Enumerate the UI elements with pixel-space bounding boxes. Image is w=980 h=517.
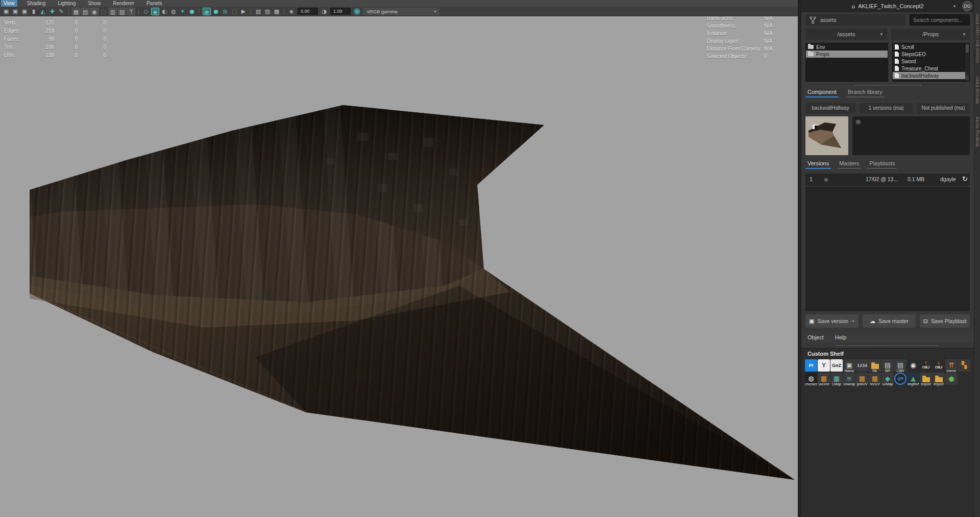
tab-component[interactable]: Component [805,89,839,97]
smooth-shade-icon[interactable]: ◆ [151,8,159,15]
shadows-icon[interactable]: ● [188,8,196,15]
tab-versions[interactable]: Versions [805,160,831,169]
textured-icon[interactable]: ◐ [160,8,168,15]
shelf-grip[interactable] [837,345,939,346]
viewport-menu-shading[interactable]: Shading [24,0,48,7]
save-version-button[interactable]: ▣ Save version ▼ [805,314,859,328]
name-shelf-button[interactable]: ▣Name [843,359,855,372]
unwrap-shelf-button[interactable]: ≡unwrap [843,373,855,385]
tab-playblasts[interactable]: Playblasts [867,160,897,169]
export-folder-shelf-button[interactable]: export [920,373,932,385]
exposure-icon[interactable]: ◈ [287,8,296,15]
camera-lock-icon[interactable]: ▣ [11,8,19,15]
film-gate-icon[interactable]: ▤ [81,8,89,15]
viewport-menu-show[interactable]: Show [85,0,103,7]
notes-box[interactable]: ⊕ [852,116,970,155]
component-item-sword[interactable]: Sword [893,58,969,65]
edge-tab-channel-box-layer-editor[interactable]: Channel Box / Layer Editor [975,13,979,63]
component-thumbnail[interactable] [805,116,848,155]
wireframe-icon[interactable]: ◇ [142,8,150,15]
pan-zoom-icon[interactable]: ✚ [48,8,56,15]
component-list[interactable]: ScrollStepsGEOSwordTreasure_Cheatbackwal… [892,43,970,82]
path-dropdown-left[interactable]: /assets ▼ [805,29,887,40]
uvmap-shelf-button[interactable]: ◆uvMap [881,373,894,385]
field-chart-icon[interactable]: ▥ [109,8,117,15]
scrollbar-thumb[interactable] [966,44,969,53]
lmap-shelf-button[interactable]: ▦LMap [830,373,843,385]
use-all-lights-icon[interactable]: ☀ [179,8,187,15]
asset-type-input[interactable] [820,17,892,23]
viewport[interactable]: ViewShadingLightingShowRendererPanels ▣▣… [0,0,798,517]
gate-mask-icon[interactable]: ▢ [100,8,108,15]
path-dropdown-right[interactable]: /Props ▼ [891,29,970,40]
re-folder-shelf-button[interactable]: RE [869,359,881,372]
renumber-shelf-button[interactable]: 1234 [856,359,868,372]
folder-item-props[interactable]: Props [806,51,888,58]
viewport-menu-panels[interactable]: Panels [144,0,165,7]
component-item-treasure-cheat[interactable]: Treasure_Cheat [893,65,969,72]
view-transform-icon[interactable]: ⊙ [354,8,360,15]
plugin-overlay-icon[interactable]: ▩ [273,8,281,15]
edge-tab-attribute-editor[interactable]: Attribute Editor [975,76,979,104]
layout-squares-shelf-button[interactable]: ▚ [958,359,970,372]
funnel-shelf-button[interactable]: Y [818,359,830,372]
obj-export-shelf-button[interactable]: ↑OBJ [920,359,932,372]
br-shelf-button[interactable]: ▤BR [881,359,894,372]
colorspace-dropdown[interactable]: sRGB gamma ▼ [363,8,439,15]
recuv-shelf-button[interactable]: ▦recUV [869,373,881,385]
cbr-shelf-button[interactable]: ▤CBR [894,359,906,372]
folder-list[interactable]: EnvProps [805,43,888,82]
user-avatar[interactable]: DG [962,1,972,11]
goz-shelf-button[interactable]: GoZ [830,359,843,372]
splitter-grip[interactable] [854,85,921,86]
component-item-backwallhallway[interactable]: backwallHallway [893,72,969,79]
gamma-icon[interactable]: ◑ [320,8,328,15]
component-list-scrollbar[interactable] [965,43,969,81]
mirror-shelf-button[interactable]: ⇈mirror [945,359,958,372]
imgref-shelf-button[interactable]: ▲imgRef [907,373,919,385]
depth-of-field-icon[interactable]: ▢ [230,8,238,15]
isolate-select-icon[interactable]: ▶ [239,8,248,15]
panel-divider[interactable] [798,0,801,517]
resolution-gate-icon[interactable]: ◉ [90,8,99,15]
preview-icon[interactable]: ◉ [824,176,828,182]
backwall-hallway-mesh[interactable] [0,0,798,517]
version-row[interactable]: 1 ◉ 17/02 @ 13... 0.1 MB dgayle ↻ [805,174,970,186]
asset-type-box[interactable] [805,14,905,26]
scrollbar-thumb[interactable] [966,75,969,80]
safe-title-icon[interactable]: T [127,8,135,15]
save-playblast-button[interactable]: ⊡ Save Playblast [920,314,970,328]
panel-menu-help[interactable]: Help [835,334,847,340]
folder-item-env[interactable]: Env [806,43,888,51]
project-header[interactable]: ⌂ AKLIEF_Twitch_Concept2 ▼ [801,0,974,12]
panel-menu-object[interactable]: Object [807,334,824,340]
component-item-stepsgeo[interactable]: StepsGEO [893,51,969,58]
gamma-field[interactable]: 1.00 [330,8,351,15]
griduv-shelf-button[interactable]: ▦gridUV [856,373,868,385]
save-master-button[interactable]: ☁ Save master [863,314,916,328]
uvgrid-shelf-button[interactable]: ▦uvGrid [818,373,830,385]
ambient-occlusion-icon[interactable]: ◉ [203,8,211,15]
refresh-icon[interactable]: ↻ [962,175,968,183]
eye-shelf-button[interactable]: ◉ [907,359,919,372]
edge-tab-modeling-toolkit[interactable]: Modeling Toolkit [975,117,979,146]
image-plane-icon[interactable]: ◭ [39,8,47,15]
grease-pencil-icon[interactable]: ✎ [57,8,65,15]
xray-icon[interactable]: ▧ [254,8,262,15]
tab-masters[interactable]: Masters [837,160,861,169]
grid-icon[interactable]: ▦ [72,8,80,15]
sphere-shelf-button[interactable]: ● [945,373,958,385]
xray-joints-icon[interactable]: ▨ [263,8,272,15]
viewport-menu-renderer[interactable]: Renderer [110,0,137,7]
select-camera-icon[interactable]: ▣ [2,8,10,15]
bookmark-icon[interactable]: ▮ [30,8,38,15]
exposure-field[interactable]: 0.00 [298,8,318,15]
component-item-scroll[interactable]: Scroll [893,43,969,51]
motion-blur-icon[interactable]: ● [212,8,220,15]
add-note-icon[interactable]: ⊕ [855,118,861,126]
obj-import-shelf-button[interactable]: ↓OBJ [933,359,945,372]
camera-attributes-icon[interactable]: ▣ [20,8,29,15]
pi-shelf-button[interactable]: PI [805,359,817,372]
safe-action-icon[interactable]: ▧ [118,8,126,15]
qr-shelf-button[interactable]: QR [894,373,906,385]
